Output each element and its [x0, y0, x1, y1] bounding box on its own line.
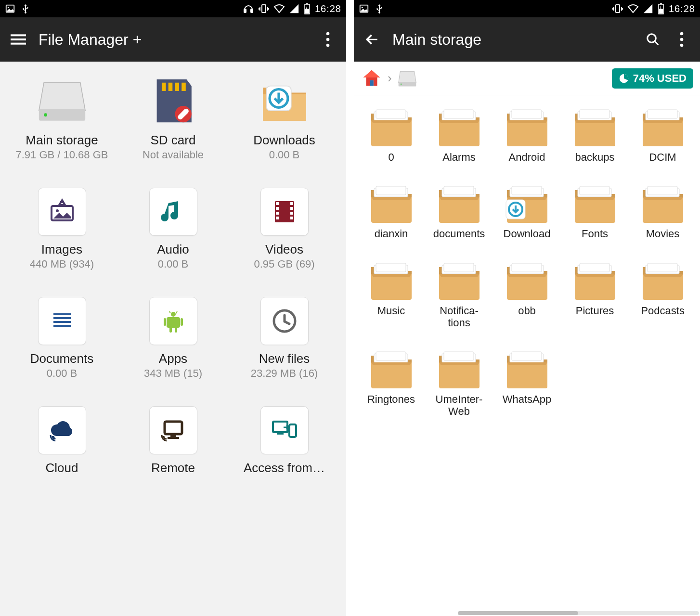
folder-label: Alarms: [442, 151, 475, 163]
folder-item[interactable]: dianxin: [359, 181, 424, 240]
status-time: 16:28: [315, 3, 341, 14]
folder-icon: [571, 258, 619, 302]
status-bar: 16:28: [354, 0, 700, 17]
folder-icon: [367, 181, 415, 225]
svg-rect-65: [512, 352, 542, 360]
folder-item[interactable]: 0: [359, 105, 424, 163]
folder-icon: [503, 181, 551, 225]
folder-item[interactable]: DCIM: [630, 105, 695, 163]
folder-item[interactable]: obb: [494, 258, 559, 329]
svg-rect-63: [444, 352, 474, 360]
folder-icon: [435, 181, 483, 225]
svg-rect-57: [580, 263, 609, 272]
drive-icon: [36, 76, 89, 129]
tile-subtitle: Not available: [143, 149, 204, 161]
svg-point-12: [326, 38, 330, 41]
folder-label: UmeInter­Web: [433, 393, 486, 418]
tile-subtitle: 343 MB (15): [144, 367, 202, 380]
folder-item[interactable]: Fonts: [562, 181, 627, 240]
folder-item[interactable]: Pictures: [562, 258, 627, 329]
usage-badge: 74% USED: [612, 68, 693, 89]
svg-point-1: [8, 7, 9, 8]
chevron-right-icon: ›: [388, 71, 392, 86]
search-icon[interactable]: [644, 31, 661, 48]
folder-label: obb: [518, 305, 536, 317]
documents-icon: [47, 306, 78, 336]
folder-label: docu­ments: [433, 228, 485, 240]
folder-item[interactable]: Notifica­tions: [427, 258, 492, 329]
scrollbar[interactable]: [458, 611, 699, 615]
tile-images[interactable]: Images440 MB (934): [9, 185, 115, 270]
folder-item[interactable]: Music: [359, 258, 424, 329]
headphones-icon: [243, 3, 254, 14]
svg-rect-43: [512, 186, 542, 195]
tile-documents[interactable]: Documents0.00 B: [9, 295, 115, 380]
tile-download-folder[interactable]: Downloads0.00 B: [231, 76, 337, 161]
tile-remote[interactable]: Remote: [120, 404, 226, 475]
tile-label: Apps: [159, 351, 187, 366]
drive-icon[interactable]: [397, 68, 418, 89]
tile-subtitle: 440 MB (934): [30, 258, 94, 270]
tile-label: Remote: [151, 461, 195, 475]
folder-item[interactable]: backups: [562, 105, 627, 163]
app-bar: Main storage: [354, 17, 700, 62]
svg-rect-29: [376, 110, 406, 118]
folder-icon: [639, 105, 687, 148]
wifi-icon: [627, 3, 639, 14]
tile-clock[interactable]: New files23.29 MB (16): [231, 295, 337, 380]
folder-icon: [367, 258, 415, 302]
back-icon[interactable]: [363, 31, 381, 48]
home-icon[interactable]: [361, 67, 383, 90]
more-menu-icon[interactable]: [319, 31, 337, 48]
folder-item[interactable]: WhatsApp: [494, 347, 559, 418]
tile-subtitle: 23.29 MB (16): [251, 367, 318, 380]
svg-rect-39: [376, 186, 406, 195]
folder-item[interactable]: Movies: [630, 181, 695, 240]
folder-item[interactable]: Alarms: [427, 105, 492, 163]
tile-access[interactable]: Access from…: [231, 404, 337, 475]
folder-icon: [435, 105, 483, 148]
clock-icon: [269, 306, 300, 336]
tile-video[interactable]: Videos0.95 GB (69): [231, 185, 337, 270]
svg-rect-49: [648, 186, 677, 195]
folder-icon: [435, 347, 483, 390]
folder-label: Movies: [646, 228, 680, 240]
tile-label: New files: [259, 351, 310, 366]
tile-subtitle: 7.91 GB / 10.68 GB: [15, 149, 108, 161]
folder-label: WhatsApp: [503, 393, 552, 405]
folder-item[interactable]: Ringtones: [359, 347, 424, 418]
folder-icon: [435, 258, 483, 302]
folder-item[interactable]: Download: [494, 181, 559, 240]
tile-cloud[interactable]: Cloud: [9, 404, 115, 475]
svg-rect-33: [512, 110, 542, 118]
scrollbar-thumb[interactable]: [458, 611, 579, 615]
folder-item[interactable]: Podcasts: [630, 258, 695, 329]
tile-sdcard[interactable]: SD cardNot available: [120, 76, 226, 161]
folder-item[interactable]: docu­ments: [427, 181, 492, 240]
tile-drive[interactable]: Main storage7.91 GB / 10.68 GB: [9, 76, 115, 161]
folder-icon: [639, 181, 687, 225]
tile-label: Videos: [265, 242, 303, 257]
folder-label: 0: [388, 151, 394, 163]
hamburger-menu-icon[interactable]: [10, 31, 27, 48]
svg-rect-24: [370, 80, 374, 86]
folder-label: Notifica­tions: [433, 305, 486, 329]
apps-icon: [158, 306, 189, 336]
svg-point-13: [326, 44, 330, 47]
usage-text: 74% USED: [633, 72, 687, 85]
tile-subtitle: 0.95 GB (69): [254, 258, 315, 270]
folder-label: Ringtones: [367, 393, 415, 405]
tile-audio[interactable]: Audio0.00 B: [120, 185, 226, 270]
folder-item[interactable]: Android: [494, 105, 559, 163]
svg-point-20: [648, 34, 656, 43]
more-menu-icon[interactable]: [673, 31, 690, 48]
folder-label: Music: [377, 305, 405, 317]
svg-rect-41: [444, 186, 474, 195]
folder-item[interactable]: UmeInter­Web: [427, 347, 492, 418]
svg-point-23: [680, 44, 684, 47]
status-time: 16:28: [669, 3, 695, 14]
tile-apps[interactable]: Apps343 MB (15): [120, 295, 226, 380]
folder-icon: [367, 105, 415, 148]
svg-rect-31: [444, 110, 474, 118]
svg-rect-9: [11, 38, 26, 40]
